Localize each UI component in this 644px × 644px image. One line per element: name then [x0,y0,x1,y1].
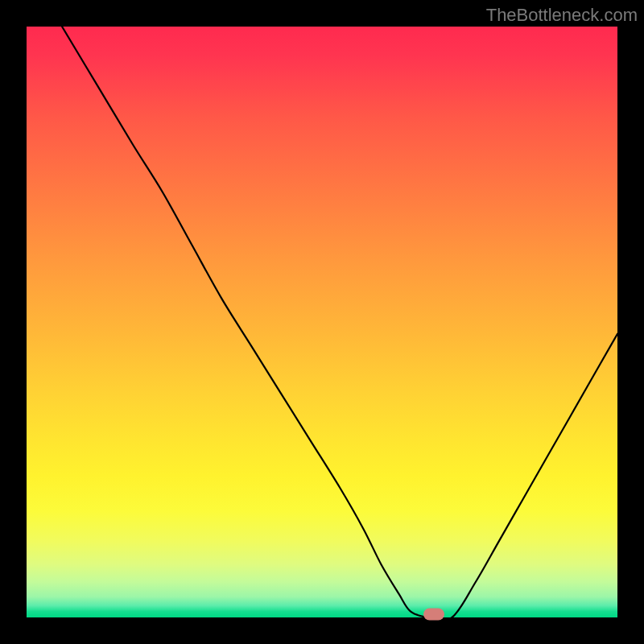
curve-svg [27,27,617,617]
plot-area [27,27,617,617]
optimal-marker [423,609,444,621]
chart-container: TheBottleneck.com [0,0,644,644]
watermark-text: TheBottleneck.com [486,5,638,26]
bottleneck-curve [62,27,617,617]
